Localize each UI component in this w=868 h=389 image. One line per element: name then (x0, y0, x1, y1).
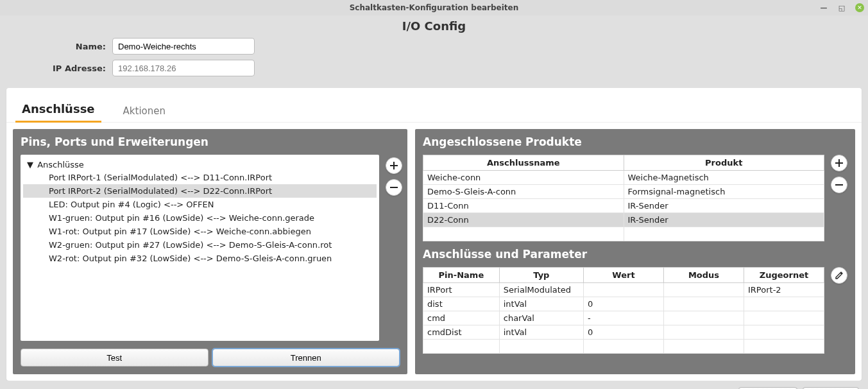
minus-icon (835, 180, 844, 189)
window-titlebar: Schaltkasten-Konfiguration bearbeiten — … (0, 0, 868, 15)
tree-root-label: Anschlüsse (37, 160, 84, 169)
products-panel-title: Angeschlossene Produkte (415, 129, 855, 155)
table-row[interactable]: distintVal0 (423, 297, 824, 311)
table-row[interactable]: cmdDistintVal0 (423, 325, 824, 340)
cell-value (584, 283, 664, 297)
cell-type: SerialModulated (499, 283, 583, 297)
disconnect-button[interactable]: Trennen (212, 349, 400, 367)
main-card: Anschlüsse Aktionen Pins, Ports und Erwe… (6, 88, 862, 381)
cell-assigned (744, 325, 824, 340)
cell-value: 0 (584, 325, 664, 340)
page-title: I/O Config (0, 15, 868, 35)
ip-label: IP Adresse: (6, 64, 112, 73)
products-panel: Angeschlossene Produkte Anschlussname Pr… (415, 129, 855, 374)
tree-item[interactable]: W2-rot: Output pin #32 (LowSide) <--> De… (23, 252, 377, 265)
cell-assigned (744, 297, 824, 311)
cell-type: intVal (499, 297, 583, 311)
tree-item[interactable]: LED: Output pin #4 (Logic) <--> OFFEN (23, 198, 377, 211)
cell-product: Formsignal-magnetisch (624, 185, 824, 199)
table-row[interactable]: Demo-S-Gleis-A-connFormsignal-magnetisch (423, 185, 824, 199)
tree-item[interactable]: Port IRPort-2 (SerialModulated) <--> D22… (23, 184, 377, 198)
cell-assigned (744, 311, 824, 325)
products-table[interactable]: Anschlussname Produkt Weiche-connWeiche-… (423, 155, 824, 241)
cell-product: IR-Sender (624, 199, 824, 213)
cell-mode (664, 325, 744, 340)
header-form: Name: IP Adresse: (0, 35, 868, 88)
col-type: Typ (499, 268, 583, 283)
table-row[interactable]: D11-ConnIR-Sender (423, 199, 824, 213)
col-connection-name: Anschlussname (423, 155, 624, 171)
cell-pin: dist (423, 297, 500, 311)
tab-bar: Anschlüsse Aktionen (6, 88, 862, 123)
pencil-icon (835, 271, 844, 280)
test-button[interactable]: Test (21, 349, 208, 367)
cell-value: 0 (584, 297, 664, 311)
cell-pin: cmd (423, 311, 500, 325)
cell-connection-name: Weiche-conn (423, 171, 624, 185)
name-field[interactable] (112, 38, 255, 55)
name-label: Name: (6, 42, 112, 51)
cell-type: intVal (499, 325, 583, 340)
remove-pin-button[interactable] (386, 179, 402, 196)
params-panel-title: Anschlüsse und Parameter (415, 241, 855, 267)
window-title: Schaltkasten-Konfiguration bearbeiten (350, 3, 519, 12)
minimize-icon[interactable]: — (819, 3, 828, 12)
pins-panel: Pins, Ports und Erweiterungen ▼ Anschlüs… (13, 129, 407, 374)
table-row[interactable]: D22-ConnIR-Sender (423, 213, 824, 227)
remove-product-button[interactable] (831, 177, 847, 193)
edit-param-button[interactable] (831, 267, 847, 284)
cell-pin: cmdDist (423, 325, 500, 340)
minus-icon (389, 183, 398, 192)
cell-pin: IRPort (423, 283, 500, 297)
col-assigned: Zugeornet (744, 268, 824, 283)
cell-connection-name: D11-Conn (423, 199, 624, 213)
plus-icon (835, 159, 844, 168)
tree-item[interactable]: Port IRPort-1 (SerialModulated) <--> D11… (23, 171, 377, 184)
add-pin-button[interactable] (386, 157, 402, 174)
cell-product: Weiche-Magnetisch (624, 171, 824, 185)
col-mode: Modus (664, 268, 744, 283)
tab-actions[interactable]: Aktionen (117, 100, 172, 122)
ip-field[interactable] (112, 60, 255, 76)
params-table[interactable]: Pin-Name Typ Wert Modus Zugeornet IRPort… (423, 267, 824, 354)
cell-mode (664, 283, 744, 297)
cell-mode (664, 311, 744, 325)
pin-tree[interactable]: ▼ Anschlüsse Port IRPort-1 (SerialModula… (21, 155, 379, 341)
cell-mode (664, 297, 744, 311)
table-row[interactable]: cmdcharVal- (423, 311, 824, 325)
tree-root-item[interactable]: ▼ Anschlüsse (23, 159, 377, 171)
tree-item[interactable]: W1-rot: Output pin #17 (LowSide) <--> We… (23, 225, 377, 238)
dialog-button-bar: Hochladen Schließen (0, 381, 868, 389)
col-pin-name: Pin-Name (423, 268, 500, 283)
cell-connection-name: Demo-S-Gleis-A-conn (423, 185, 624, 199)
table-row[interactable]: Weiche-connWeiche-Magnetisch (423, 171, 824, 185)
cell-value: - (584, 311, 664, 325)
col-value: Wert (584, 268, 664, 283)
close-icon[interactable]: ✕ (855, 3, 864, 12)
tab-connections[interactable]: Anschlüsse (15, 97, 101, 123)
add-product-button[interactable] (831, 155, 847, 171)
cell-product: IR-Sender (624, 213, 824, 227)
chevron-down-icon: ▼ (26, 160, 35, 169)
tree-item[interactable]: W2-gruen: Output pin #27 (LowSide) <--> … (23, 238, 377, 252)
cell-assigned: IRPort-2 (744, 283, 824, 297)
plus-icon (389, 161, 398, 170)
pins-panel-title: Pins, Ports und Erweiterungen (13, 129, 407, 155)
cell-connection-name: D22-Conn (423, 213, 624, 227)
col-product: Produkt (624, 155, 824, 171)
cell-type: charVal (499, 311, 583, 325)
table-row[interactable]: IRPortSerialModulatedIRPort-2 (423, 283, 824, 297)
tree-item[interactable]: W1-gruen: Output pin #16 (LowSide) <--> … (23, 211, 377, 225)
maximize-icon[interactable]: ◱ (837, 3, 846, 12)
